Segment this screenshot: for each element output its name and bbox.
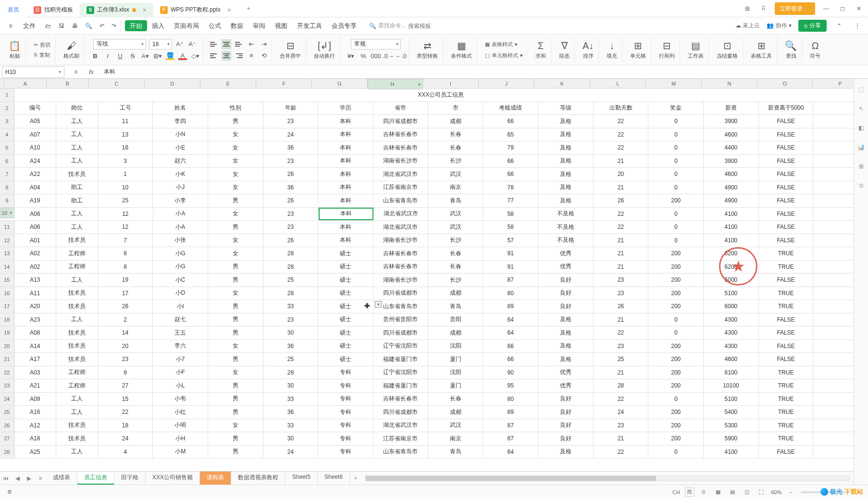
cell[interactable]: 30: [263, 379, 319, 392]
cell[interactable]: TRUE: [759, 432, 814, 445]
cell[interactable]: 本科: [318, 115, 373, 128]
cell[interactable]: 4600: [704, 353, 759, 366]
row-header-18[interactable]: 18: [0, 313, 14, 326]
cell[interactable]: 成都: [428, 406, 484, 419]
cell[interactable]: A25: [14, 446, 56, 459]
cell[interactable]: 78: [483, 181, 538, 194]
header-cell[interactable]: 姓名: [153, 102, 208, 115]
cell[interactable]: 及格: [538, 115, 594, 128]
close-window-icon[interactable]: ✕: [854, 3, 864, 14]
focus-mode-icon[interactable]: ⊙: [699, 487, 708, 497]
increase-font-icon[interactable]: A⁺: [175, 39, 185, 49]
cell[interactable]: 24: [263, 446, 319, 459]
cell[interactable]: 湖南省长沙市: [373, 234, 428, 247]
cell[interactable]: 小M: [153, 446, 208, 459]
cell[interactable]: A05: [14, 115, 56, 128]
col-header-C[interactable]: C: [89, 79, 145, 88]
cell[interactable]: 男: [208, 300, 263, 313]
row-header-5[interactable]: 5: [0, 141, 14, 154]
cell[interactable]: 58: [484, 208, 539, 221]
cell[interactable]: 36: [263, 406, 319, 419]
cell[interactable]: 男: [208, 313, 263, 326]
type-convert-button[interactable]: ⇄类型转换: [415, 40, 440, 60]
row-header-15[interactable]: 15: [0, 274, 14, 287]
cell[interactable]: 专科: [318, 419, 373, 432]
cell[interactable]: TRUE: [759, 287, 814, 300]
cell[interactable]: 200: [648, 261, 704, 274]
cell[interactable]: 3: [98, 155, 153, 168]
cell[interactable]: A19: [14, 194, 56, 207]
cell[interactable]: 武汉: [428, 419, 484, 432]
cell[interactable]: 4100: [704, 446, 759, 459]
cell[interactable]: 沈阳: [428, 366, 484, 379]
cell[interactable]: TRUE: [759, 261, 814, 274]
cell[interactable]: 工人: [56, 313, 98, 326]
cell[interactable]: 21: [594, 366, 649, 379]
cell[interactable]: 64: [483, 313, 538, 326]
gallery-icon[interactable]: ⊞: [856, 162, 866, 171]
coop-button[interactable]: 👥 协作 ▾: [767, 22, 792, 30]
cell[interactable]: 成都: [428, 287, 484, 300]
cell[interactable]: 28: [263, 366, 319, 379]
cell[interactable]: 湖北省武汉市: [373, 208, 428, 221]
row-header-12[interactable]: 12: [0, 234, 14, 247]
cloud-status[interactable]: ☁ 未上云: [735, 22, 760, 30]
sort-button[interactable]: A↓排序: [581, 40, 595, 60]
backup-icon[interactable]: ⊙: [856, 181, 866, 190]
cell[interactable]: 工人: [56, 128, 98, 141]
cell[interactable]: 工人: [56, 115, 98, 128]
reading-view-icon[interactable]: ◫: [742, 487, 752, 497]
tab-ppt[interactable]: PWPS PPT教程.pptx×: [153, 3, 238, 17]
cell[interactable]: 25: [263, 353, 319, 366]
cell[interactable]: 4300: [704, 340, 759, 353]
cell[interactable]: 湖南省长沙市: [373, 274, 428, 287]
cell[interactable]: 及格: [538, 181, 594, 194]
fx-icon[interactable]: fx: [86, 66, 97, 78]
cell[interactable]: 0: [648, 155, 704, 168]
cell[interactable]: 男: [208, 432, 263, 445]
cell[interactable]: 武汉: [428, 208, 484, 221]
font-more-icon[interactable]: A▾: [140, 51, 150, 61]
cell[interactable]: 及格: [538, 326, 594, 339]
cell[interactable]: 工人: [56, 221, 98, 234]
cell[interactable]: 青岛: [428, 300, 484, 313]
cell[interactable]: 66: [483, 155, 538, 168]
cell[interactable]: 23: [263, 221, 319, 234]
cell[interactable]: 硕士: [318, 261, 373, 274]
row-header-22[interactable]: 22: [0, 366, 14, 379]
table-style-button[interactable]: ▦ 表格样式▾: [483, 40, 520, 49]
cell[interactable]: 28: [594, 379, 649, 392]
cell[interactable]: TRUE: [759, 300, 814, 313]
cell[interactable]: FALSE: [759, 128, 814, 141]
cell[interactable]: 山东省青岛市: [373, 446, 428, 459]
cell[interactable]: TRUE: [759, 247, 814, 260]
cell[interactable]: 小G: [153, 261, 208, 274]
cell[interactable]: 24: [98, 432, 153, 445]
row-header-14[interactable]: 14: [0, 261, 14, 274]
cell[interactable]: 66: [483, 340, 538, 353]
cell[interactable]: 男: [208, 326, 263, 339]
cell[interactable]: 21: [594, 247, 649, 260]
cell[interactable]: 0: [648, 393, 704, 406]
cell[interactable]: 工人: [56, 446, 98, 459]
cell[interactable]: 专科: [318, 432, 373, 445]
sheet-tab-XXX公司销售额[interactable]: XXX公司销售额: [146, 472, 200, 485]
col-header-I[interactable]: I: [423, 79, 479, 88]
cell[interactable]: 26: [263, 168, 319, 181]
cell[interactable]: A16: [14, 406, 56, 419]
cell[interactable]: 沈阳: [428, 340, 484, 353]
add-sheet-icon[interactable]: ＋: [350, 474, 361, 482]
cell[interactable]: 5300: [704, 419, 759, 432]
cell[interactable]: 本科: [318, 221, 373, 234]
cell[interactable]: A23: [14, 313, 56, 326]
cell[interactable]: 硕士: [318, 247, 373, 260]
cell[interactable]: 吉林省长春市: [373, 128, 428, 141]
cell[interactable]: 28: [263, 247, 319, 260]
cell[interactable]: 工人: [56, 208, 98, 221]
cell-button[interactable]: ⊞单元格: [628, 40, 648, 60]
cell[interactable]: 南京: [428, 432, 484, 445]
cell[interactable]: 长春: [428, 128, 484, 141]
cell[interactable]: 200: [648, 274, 704, 287]
header-cell[interactable]: 市: [428, 102, 484, 115]
cell[interactable]: A07: [14, 128, 56, 141]
